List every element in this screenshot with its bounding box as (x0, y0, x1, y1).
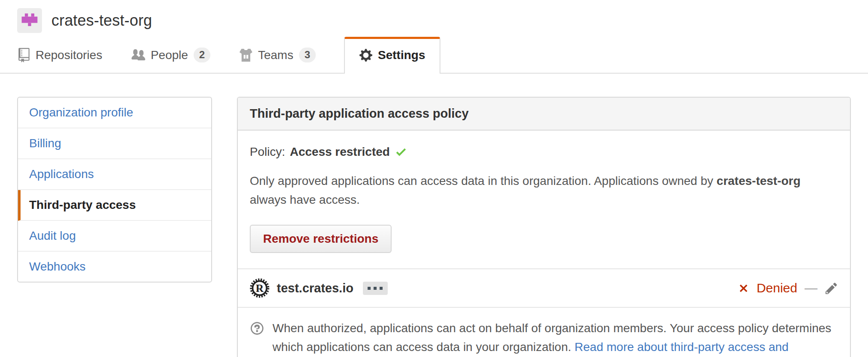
repo-icon (18, 48, 30, 62)
sidebar-item-audit-log[interactable]: Audit log (18, 221, 211, 252)
note-text-block: When authorized, applications can act on… (272, 319, 838, 357)
page-title: crates-test-org (51, 12, 152, 30)
x-icon (738, 283, 749, 294)
check-icon (395, 146, 407, 158)
remove-restrictions-button[interactable]: Remove restrictions (250, 225, 392, 253)
sidebar-item-webhooks[interactable]: Webhooks (18, 252, 211, 282)
dash-separator: — (805, 281, 817, 295)
policy-value: Access restricted (290, 145, 389, 159)
tab-repositories[interactable]: Repositories (17, 38, 103, 73)
dot (368, 287, 371, 290)
policy-label: Policy: (250, 145, 285, 159)
pencil-icon (825, 282, 838, 295)
teams-count-badge: 3 (299, 48, 316, 62)
sidebar-item-applications[interactable]: Applications (18, 159, 211, 190)
people-icon (132, 48, 145, 62)
sidebar-item-organization-profile[interactable]: Organization profile (18, 98, 211, 128)
description-text-end: always have access. (250, 193, 360, 206)
description-org-name: crates-test-org (717, 174, 801, 187)
tab-people[interactable]: People 2 (131, 37, 212, 73)
panel-body: Policy: Access restricted Only approved … (238, 131, 850, 268)
sidebar-item-billing[interactable]: Billing (18, 128, 211, 159)
footer-note: When authorized, applications can act on… (238, 307, 850, 357)
policy-description: Only approved applications can access da… (250, 172, 828, 209)
panel-title: Third-party application access policy (238, 98, 850, 131)
policy-status-line: Policy: Access restricted (250, 145, 838, 159)
org-header: crates-test-org (0, 0, 868, 34)
tab-settings[interactable]: Settings (344, 37, 440, 74)
denied-status: Denied (757, 281, 797, 295)
org-avatar[interactable] (17, 8, 42, 33)
edit-access-button[interactable] (825, 282, 838, 295)
app-status-group: Denied — (738, 281, 838, 295)
rust-logo-icon: R (250, 278, 269, 298)
tab-label: People (151, 48, 188, 62)
settings-sidebar: Organization profile Billing Application… (17, 97, 212, 283)
ellipsis-expander-button[interactable] (363, 282, 388, 295)
question-icon (250, 321, 264, 336)
app-row: R test.crates.io Denied — (238, 268, 850, 307)
access-policy-panel: Third-party application access policy Po… (237, 97, 851, 357)
tab-label: Teams (258, 48, 293, 62)
org-tabnav: Repositories People 2 Teams 3 Settings (0, 37, 868, 74)
tab-label: Repositories (36, 48, 102, 62)
tab-label: Settings (378, 48, 425, 62)
tab-teams[interactable]: Teams 3 (239, 37, 317, 73)
jersey-icon (239, 48, 252, 62)
dot (374, 287, 377, 290)
people-count-badge: 2 (194, 48, 210, 62)
dot (380, 287, 383, 290)
settings-layout: Organization profile Billing Application… (0, 74, 868, 357)
description-text: Only approved applications can access da… (250, 174, 717, 187)
app-name: test.crates.io (277, 281, 353, 295)
gear-icon (359, 48, 372, 62)
identicon-icon (20, 11, 39, 30)
svg-text:R: R (256, 283, 264, 295)
sidebar-item-third-party-access[interactable]: Third-party access (18, 190, 211, 221)
